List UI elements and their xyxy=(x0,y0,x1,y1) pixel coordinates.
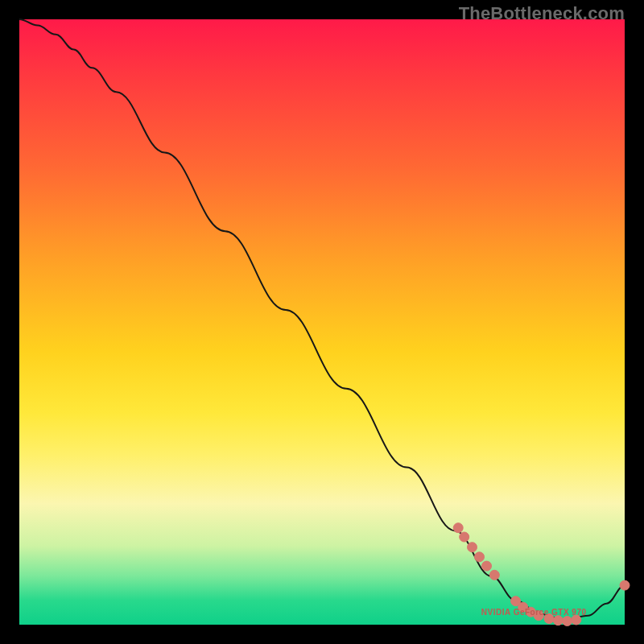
data-point xyxy=(453,523,463,533)
data-point xyxy=(563,617,572,626)
data-point xyxy=(475,552,485,562)
data-point xyxy=(489,570,499,580)
data-point xyxy=(482,561,492,571)
data-point xyxy=(620,580,630,590)
data-point xyxy=(468,543,477,552)
plot-area: NVIDIA GeForce GTX 970 xyxy=(19,19,625,625)
data-point xyxy=(460,532,469,542)
chart-stage: TheBottleneck.com NVIDIA GeForce GTX 970 xyxy=(0,0,644,644)
bottleneck-curve-line xyxy=(19,19,625,620)
data-point xyxy=(553,616,563,625)
annotation-label: NVIDIA GeForce GTX 970 xyxy=(481,608,587,617)
chart-svg: NVIDIA GeForce GTX 970 xyxy=(19,19,625,625)
annotations-group: NVIDIA GeForce GTX 970 xyxy=(481,608,587,617)
